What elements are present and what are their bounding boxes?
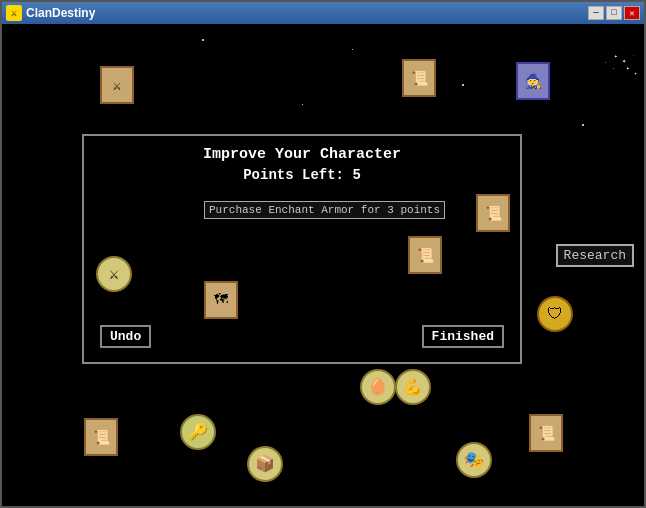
dialog-subtitle: Points Left: 5 (84, 167, 520, 183)
star (582, 124, 584, 126)
icon-key[interactable]: 🔑 (180, 414, 216, 450)
icon-enchant[interactable]: 📜 (476, 194, 510, 232)
window-title: ClanDestiny (26, 6, 95, 20)
star (352, 49, 353, 50)
main-window: ⚔ ClanDestiny ─ □ ✕ ✦ · ✦ · ✦ · (0, 0, 646, 508)
icon-map[interactable]: 🗺 (204, 281, 238, 319)
icon-egg[interactable]: 🥚 (360, 369, 396, 405)
icon-sword[interactable]: ⚔️ (100, 66, 134, 104)
icon-scroll-bottom-left[interactable]: 📜 (84, 418, 118, 456)
titlebar-left: ⚔ ClanDestiny (6, 5, 95, 21)
game-area: ✦ · ✦ · ✦ · ✦ ⚔️ 📜 🧙 Improve Your Charac… (2, 24, 644, 506)
icon-sword-circle[interactable]: ⚔ (96, 256, 132, 292)
icon-strength[interactable]: 💪 (395, 369, 431, 405)
maximize-button[interactable]: □ (606, 6, 622, 20)
close-button[interactable]: ✕ (624, 6, 640, 20)
app-icon: ⚔ (6, 5, 22, 21)
icon-mask[interactable]: 🎭 (456, 442, 492, 478)
icon-shield[interactable]: 🛡 (537, 296, 573, 332)
titlebar: ⚔ ClanDestiny ─ □ ✕ (2, 2, 644, 24)
window-controls: ─ □ ✕ (588, 6, 640, 20)
research-button[interactable]: Research (556, 244, 634, 267)
icon-scroll-top[interactable]: 📜 (402, 59, 436, 97)
dialog-title: Improve Your Character (84, 146, 520, 163)
finished-button[interactable]: Finished (422, 325, 504, 348)
star (302, 104, 303, 105)
star (202, 39, 204, 41)
minimize-button[interactable]: ─ (588, 6, 604, 20)
icon-scroll-bottom-right[interactable]: 📜 (529, 414, 563, 452)
icon-wizard[interactable]: 🧙 (516, 62, 550, 100)
icon-box[interactable]: 📦 (247, 446, 283, 482)
undo-button[interactable]: Undo (100, 325, 151, 348)
icon-scroll-mid[interactable]: 📜 (408, 236, 442, 274)
purchase-tooltip: Purchase Enchant Armor for 3 points (204, 201, 445, 219)
improve-dialog: Improve Your Character Points Left: 5 Pu… (82, 134, 522, 364)
star (462, 84, 464, 86)
